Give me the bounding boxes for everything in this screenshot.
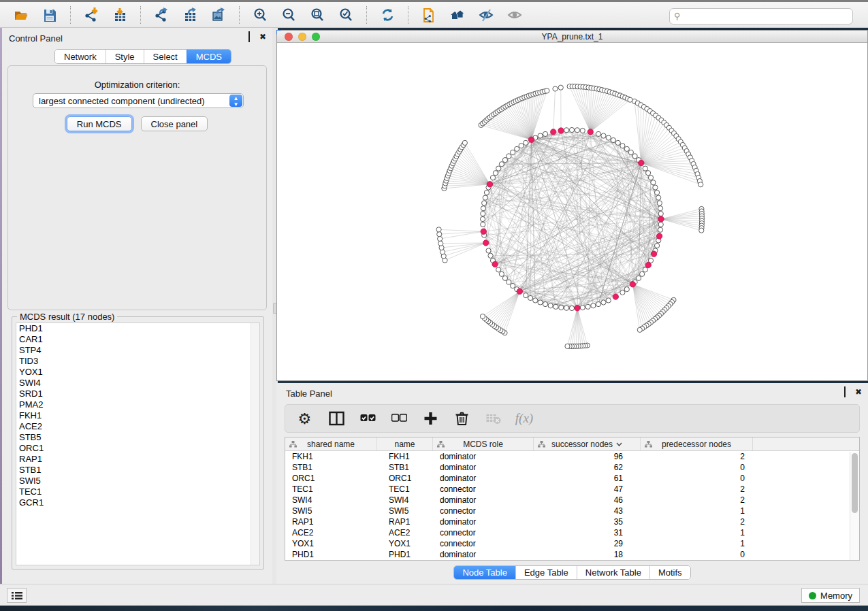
graph-node[interactable] <box>482 201 487 205</box>
graph-dominator-node[interactable] <box>656 233 662 239</box>
graph-node[interactable] <box>606 135 611 140</box>
save-session-icon[interactable] <box>38 5 61 25</box>
graph-node[interactable] <box>438 236 443 241</box>
table-scrollbar-thumb[interactable] <box>852 453 858 513</box>
table-row[interactable]: ACE2ACE2connector311 <box>285 527 859 538</box>
network-frame-titlebar[interactable]: YPA_prune.txt_1 <box>277 31 867 43</box>
search-input[interactable] <box>669 8 853 24</box>
mcds-result-item[interactable]: YOX1 <box>16 367 259 378</box>
import-table-icon[interactable] <box>108 5 131 25</box>
mcds-result-item[interactable]: SWI4 <box>16 378 259 389</box>
new-network-from-selection-icon[interactable] <box>417 5 440 25</box>
graph-dominator-node[interactable] <box>492 261 498 267</box>
graph-dominator-node[interactable] <box>588 129 593 135</box>
close-panel-button[interactable]: Close panel <box>141 116 208 131</box>
tab-network-table[interactable]: Network Table <box>577 566 649 579</box>
graph-node[interactable] <box>580 128 585 133</box>
tab-motifs[interactable]: Motifs <box>649 566 690 579</box>
graph-node[interactable] <box>507 154 511 159</box>
table-row[interactable]: TEC1TEC1connector472 <box>285 484 859 495</box>
mcds-result-item[interactable]: ORC1 <box>16 443 259 454</box>
close-table-panel-icon[interactable]: ✖ <box>854 388 863 396</box>
graph-node[interactable] <box>438 241 443 246</box>
graph-dominator-node[interactable] <box>558 128 564 133</box>
columns-icon[interactable] <box>327 410 345 427</box>
graph-node[interactable] <box>653 185 658 190</box>
refresh-icon[interactable] <box>376 5 399 25</box>
gear-icon[interactable]: ⚙ <box>296 410 314 427</box>
table-row[interactable]: RAP1RAP1dominator352 <box>285 516 859 527</box>
graph-node[interactable] <box>490 176 495 180</box>
graph-node[interactable] <box>543 131 547 136</box>
graph-node[interactable] <box>596 301 600 306</box>
mcds-result-item[interactable]: STB1 <box>16 465 259 476</box>
mcds-result-item[interactable]: PMA2 <box>16 399 259 410</box>
graph-node[interactable] <box>651 180 656 185</box>
graph-node[interactable] <box>596 131 600 136</box>
graph-node[interactable] <box>524 140 528 145</box>
table-row[interactable]: YOX1YOX1connector291 <box>285 538 859 549</box>
tab-edge-table[interactable]: Edge Table <box>515 566 577 579</box>
graph-node[interactable] <box>569 127 574 132</box>
graph-node[interactable] <box>524 293 528 298</box>
graph-node[interactable] <box>528 295 533 300</box>
export-network-icon[interactable] <box>150 5 173 25</box>
optimization-criterion-dropdown[interactable]: largest connected component (undirected)… <box>33 93 244 108</box>
graph-node[interactable] <box>481 222 485 227</box>
graph-node[interactable] <box>615 140 620 145</box>
run-mcds-button[interactable]: Run MCDS <box>67 116 132 131</box>
column-header-name[interactable]: name <box>377 437 433 450</box>
zoom-in-icon[interactable] <box>248 5 272 25</box>
graph-node[interactable] <box>636 276 641 280</box>
mcds-result-item[interactable]: FKH1 <box>16 410 259 421</box>
graph-node[interactable] <box>654 243 659 248</box>
table-row[interactable]: PHD1PHD1dominator180 <box>285 549 859 560</box>
export-image-icon[interactable] <box>207 5 230 25</box>
graph-node[interactable] <box>553 304 558 309</box>
graph-node[interactable] <box>511 150 515 154</box>
graph-dominator-node[interactable] <box>483 240 489 246</box>
mcds-result-item[interactable]: SWI5 <box>16 476 259 486</box>
graph-node[interactable] <box>632 154 637 159</box>
close-panel-icon[interactable]: ✖ <box>259 33 267 41</box>
graph-node[interactable] <box>657 201 662 205</box>
graph-node[interactable] <box>484 190 489 195</box>
mcds-result-item[interactable]: TID3 <box>16 356 259 367</box>
tab-network[interactable]: Network <box>55 50 106 63</box>
float-panel-icon[interactable] <box>245 33 253 41</box>
tab-mcds[interactable]: MCDS <box>187 50 231 63</box>
graph-node[interactable] <box>462 140 467 145</box>
graph-node[interactable] <box>481 211 485 216</box>
graph-node[interactable] <box>646 171 651 176</box>
graph-node[interactable] <box>624 146 629 151</box>
graph-node[interactable] <box>654 190 659 195</box>
open-file-icon[interactable] <box>10 5 33 25</box>
graph-node[interactable] <box>437 232 442 237</box>
graph-node[interactable] <box>585 304 590 309</box>
mcds-result-item[interactable]: STP4 <box>16 345 259 356</box>
graph-node[interactable] <box>496 166 501 171</box>
graph-node[interactable] <box>538 300 543 305</box>
memory-button[interactable]: Memory <box>801 588 860 603</box>
zoom-selected-icon[interactable] <box>334 5 357 25</box>
graph-node[interactable] <box>559 305 564 310</box>
graph-node[interactable] <box>564 306 568 310</box>
graph-node[interactable] <box>507 280 511 284</box>
hide-selected-icon[interactable] <box>475 5 498 25</box>
column-header-predecessor-nodes[interactable]: predecessor nodes <box>641 437 753 450</box>
graph-node[interactable] <box>436 227 441 232</box>
graph-dominator-node[interactable] <box>630 282 635 287</box>
table-row[interactable]: FKH1FKH1dominator962 <box>285 451 859 462</box>
table-scrollbar-track[interactable] <box>850 452 859 560</box>
graph-node[interactable] <box>548 303 553 308</box>
graph-node[interactable] <box>481 206 485 211</box>
graph-node[interactable] <box>519 144 524 148</box>
graph-dominator-node[interactable] <box>651 251 656 257</box>
mcds-result-list[interactable]: PHD1CAR1STP4TID3YOX1SWI4SRD1PMA2FKH1ACE2… <box>16 323 260 565</box>
zoom-out-icon[interactable] <box>277 5 300 25</box>
graph-node[interactable] <box>565 344 570 348</box>
table-row[interactable]: ORC1ORC1dominator610 <box>285 473 859 484</box>
graph-node[interactable] <box>502 158 507 163</box>
graph-node[interactable] <box>648 176 653 180</box>
graph-node[interactable] <box>493 171 498 176</box>
